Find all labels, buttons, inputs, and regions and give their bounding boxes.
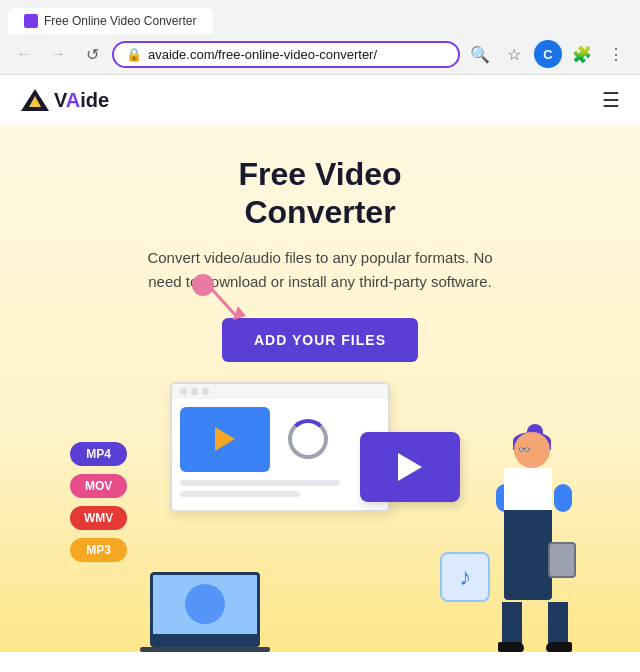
laptop-foot	[140, 647, 270, 652]
laptop-base	[150, 637, 260, 647]
menu-toggle[interactable]: ☰	[602, 88, 620, 112]
hero-title-line1: Free Video	[238, 156, 401, 192]
character: 👓	[480, 432, 580, 652]
format-badges: MP4 MOV WMV MP3	[70, 442, 127, 562]
badge-mp4: MP4	[70, 442, 127, 466]
mockup-lines	[180, 480, 380, 497]
play-icon-yellow	[215, 427, 235, 451]
hero-title-line2: Converter	[244, 194, 395, 230]
badge-mp3: MP3	[70, 538, 127, 562]
url-text: avaide.com/free-online-video-converter/	[148, 47, 446, 62]
address-bar[interactable]: 🔒 avaide.com/free-online-video-converter…	[112, 41, 460, 68]
forward-button[interactable]: →	[44, 40, 72, 68]
search-icon[interactable]: 🔍	[466, 40, 494, 68]
convert-circle-icon	[288, 419, 328, 459]
browser-mockup	[170, 382, 390, 512]
char-shoe-right	[546, 642, 572, 652]
tab-favicon	[24, 14, 38, 28]
laptop-screen	[150, 572, 260, 637]
hero-description: Convert video/audio files to any popular…	[130, 246, 510, 294]
char-bag	[548, 542, 576, 578]
char-shirt	[504, 468, 552, 513]
char-head: 👓	[514, 432, 550, 468]
laptop-screen-circle	[185, 584, 225, 624]
address-bar-row: ← → ↺ 🔒 avaide.com/free-online-video-con…	[0, 34, 640, 74]
char-shoe-left	[498, 642, 524, 652]
badge-wmv: WMV	[70, 506, 127, 530]
extensions-icon[interactable]: 🧩	[568, 40, 596, 68]
hero-section: Free Video Converter Convert video/audio…	[0, 125, 640, 652]
illustration: MP4 MOV WMV MP3	[40, 382, 600, 652]
tab-bar: Free Online Video Converter	[0, 0, 640, 34]
char-shirt-right	[554, 484, 572, 512]
svg-line-2	[208, 285, 238, 318]
active-tab[interactable]: Free Online Video Converter	[8, 8, 213, 34]
logo-icon	[20, 87, 50, 113]
browser-chrome: Free Online Video Converter ← → ↺ 🔒 avai…	[0, 0, 640, 75]
browser-menu-button[interactable]: ⋮	[602, 40, 630, 68]
video-card-blue	[180, 407, 270, 472]
reload-button[interactable]: ↺	[78, 40, 106, 68]
hero-title: Free Video Converter	[40, 155, 600, 232]
cta-area: ADD YOUR FILES	[222, 318, 418, 362]
logo-text: VAide	[54, 89, 109, 112]
back-button[interactable]: ←	[10, 40, 38, 68]
char-pants	[504, 510, 552, 600]
output-card	[360, 432, 460, 502]
site-header: VAide ☰	[0, 75, 640, 125]
mockup-bar	[172, 384, 388, 399]
lock-icon: 🔒	[126, 47, 142, 62]
music-icon: ♪	[459, 563, 471, 591]
star-icon[interactable]: ☆	[500, 40, 528, 68]
laptop	[140, 572, 270, 652]
mockup-content	[172, 399, 388, 510]
browser-icons: 🔍 ☆ C 🧩 ⋮	[466, 40, 630, 68]
profile-avatar[interactable]: C	[534, 40, 562, 68]
tab-title: Free Online Video Converter	[44, 14, 197, 28]
logo: VAide	[20, 87, 109, 113]
website: VAide ☰ Free Video Converter Convert vid…	[0, 75, 640, 672]
arrow-icon	[198, 280, 258, 330]
play-icon-white	[398, 453, 422, 481]
badge-mov: MOV	[70, 474, 127, 498]
